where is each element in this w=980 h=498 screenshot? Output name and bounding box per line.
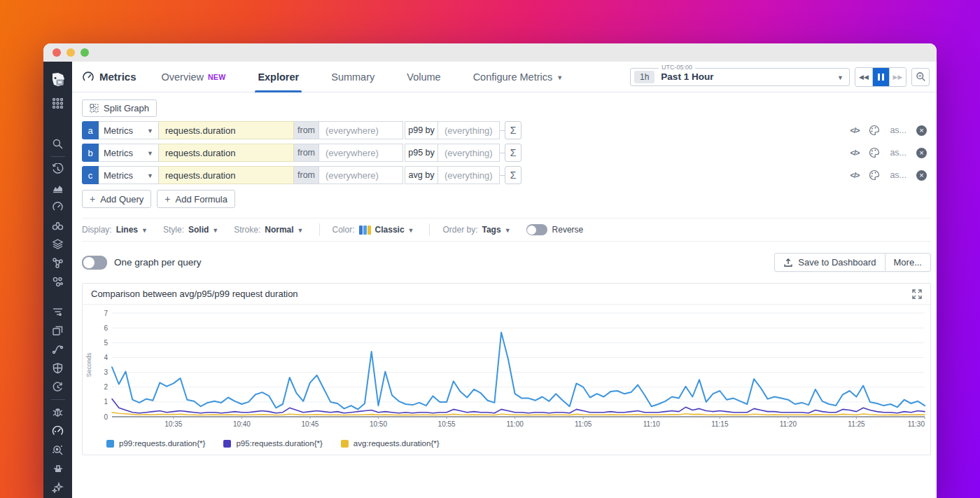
legend-item-avg[interactable]: avg:requests.duration{*} <box>341 439 440 448</box>
svg-text:11:00: 11:00 <box>506 420 524 428</box>
security-shield-icon[interactable] <box>43 359 72 378</box>
history-icon[interactable] <box>43 160 72 179</box>
query-letter-badge: a <box>82 121 99 139</box>
network-map-icon[interactable] <box>43 254 72 272</box>
order-by-select[interactable]: Order by: Tags ▼ <box>442 225 510 235</box>
group-by-input[interactable]: (everything) <box>438 121 500 139</box>
split-grid-icon <box>90 104 99 113</box>
apps-grid-icon[interactable] <box>43 94 72 113</box>
magnifier-minus-icon <box>916 71 926 82</box>
layers-cube-icon[interactable] <box>43 235 72 254</box>
chart-card: Comparison between avg/p95/p99 request d… <box>82 283 931 455</box>
tab-summary[interactable]: Summary <box>326 62 380 92</box>
metric-name-input[interactable]: requests.duration <box>159 166 294 184</box>
legend-swatch <box>223 440 231 448</box>
sync-clock-icon[interactable] <box>43 378 72 396</box>
integrations-icon[interactable] <box>43 459 72 478</box>
search-icon[interactable] <box>43 134 72 153</box>
aggregator-select[interactable]: p95 by <box>405 144 438 162</box>
datadog-logo-icon[interactable] <box>43 66 72 94</box>
alias-as-button[interactable]: as... <box>890 125 906 135</box>
svg-text:4: 4 <box>104 354 108 361</box>
connector-dash <box>500 153 505 153</box>
time-backward-button[interactable]: ◀◀ <box>855 68 872 86</box>
more-button[interactable]: More... <box>885 254 930 271</box>
metrics-speedometer-icon[interactable] <box>43 422 72 441</box>
display-select[interactable]: Display: Lines ▼ <box>82 225 148 235</box>
filter-funnel-icon[interactable] <box>43 303 72 321</box>
query-row-a: a Metrics▼ requests.duration from (every… <box>82 121 931 139</box>
legend-item-p95[interactable]: p95:requests.duration{*} <box>223 439 322 448</box>
svg-text:11:20: 11:20 <box>780 420 797 428</box>
time-forward-button[interactable]: ▶▶ <box>889 68 906 86</box>
svg-text:11:05: 11:05 <box>575 420 592 428</box>
add-query-button[interactable]: +Add Query <box>82 190 151 208</box>
apm-trace-icon[interactable] <box>43 340 72 359</box>
expand-icon[interactable] <box>912 289 922 299</box>
group-by-input[interactable]: (everything) <box>438 144 500 162</box>
code-view-icon[interactable]: </> <box>850 126 859 134</box>
group-by-input[interactable]: (everything) <box>438 166 500 184</box>
one-graph-per-query-toggle[interactable] <box>82 256 107 270</box>
aggregator-select[interactable]: avg by <box>405 166 438 184</box>
alias-as-button[interactable]: as... <box>890 170 906 180</box>
upload-icon <box>783 258 793 268</box>
alias-as-button[interactable]: as... <box>890 148 906 158</box>
svg-text:1: 1 <box>104 398 108 406</box>
svg-text:3: 3 <box>104 368 108 376</box>
remove-query-icon[interactable]: × <box>916 170 927 181</box>
chart-plot-area[interactable]: 0123456710:3510:4010:4510:5010:5511:0011… <box>83 305 930 434</box>
scope-input[interactable]: (everywhere) <box>319 121 403 139</box>
legend-item-p99[interactable]: p99:requests.duration{*} <box>106 439 205 448</box>
close-window-button[interactable] <box>52 48 61 57</box>
query-row-c: c Metrics▼ requests.duration from (every… <box>82 166 931 184</box>
query-source-select[interactable]: Metrics▼ <box>99 121 159 139</box>
metrics-graph-icon[interactable] <box>43 179 72 198</box>
reverse-toggle[interactable] <box>526 224 547 235</box>
split-graph-button[interactable]: Split Graph <box>82 99 157 117</box>
color-select[interactable]: Color: Classic ▼ <box>332 225 414 235</box>
style-select[interactable]: Style: Solid ▼ <box>163 225 218 235</box>
sigma-rollup-button[interactable]: Σ <box>505 166 522 184</box>
aggregator-select[interactable]: p99 by <box>405 121 438 139</box>
remove-query-icon[interactable]: × <box>916 148 927 158</box>
query-letter-badge: c <box>82 166 99 184</box>
time-range-chip: 1h <box>634 71 654 83</box>
query-source-select[interactable]: Metrics▼ <box>99 144 159 162</box>
bug-icon[interactable] <box>43 403 72 422</box>
binoculars-icon[interactable] <box>43 216 72 235</box>
tab-configure-metrics[interactable]: Configure Metrics ▼ <box>468 62 569 92</box>
svg-text:11:10: 11:10 <box>643 420 661 428</box>
sigma-rollup-button[interactable]: Σ <box>505 144 522 162</box>
add-formula-button[interactable]: +Add Formula <box>157 190 235 208</box>
metric-name-input[interactable]: requests.duration <box>159 144 294 162</box>
sigma-rollup-button[interactable]: Σ <box>505 121 522 139</box>
metric-name-input[interactable]: requests.duration <box>159 121 294 139</box>
product-title: Metrics <box>82 71 136 83</box>
minimize-window-button[interactable] <box>66 48 75 57</box>
time-range-picker[interactable]: UTC-05:00 1h Past 1 Hour ▼ <box>630 68 850 86</box>
save-to-dashboard-button[interactable]: Save to Dashboard <box>775 254 884 271</box>
query-source-select[interactable]: Metrics▼ <box>99 166 159 184</box>
process-cluster-icon[interactable] <box>43 272 72 291</box>
palette-icon[interactable] <box>869 125 880 136</box>
palette-icon[interactable] <box>869 170 880 181</box>
scope-input[interactable]: (everywhere) <box>319 166 403 184</box>
watchdog-icon[interactable] <box>43 441 72 459</box>
zoom-window-button[interactable] <box>80 48 89 57</box>
svg-text:7: 7 <box>104 310 108 317</box>
scope-input[interactable]: (everywhere) <box>319 144 403 162</box>
tab-overview[interactable]: Overview NEW <box>156 62 232 92</box>
tab-explorer[interactable]: Explorer <box>252 62 304 92</box>
code-view-icon[interactable]: </> <box>850 148 859 157</box>
copilot-sparkle-icon[interactable] <box>43 478 72 497</box>
dashboards-icon[interactable] <box>43 321 72 340</box>
tab-volume[interactable]: Volume <box>401 62 446 92</box>
palette-icon[interactable] <box>869 147 880 158</box>
remove-query-icon[interactable]: × <box>916 125 927 136</box>
code-view-icon[interactable]: </> <box>850 171 859 179</box>
monitor-gauge-icon[interactable] <box>43 198 72 216</box>
zoom-out-button[interactable] <box>911 68 930 86</box>
stroke-select[interactable]: Stroke: Normal ▼ <box>234 225 303 235</box>
time-pause-button[interactable] <box>872 68 889 86</box>
